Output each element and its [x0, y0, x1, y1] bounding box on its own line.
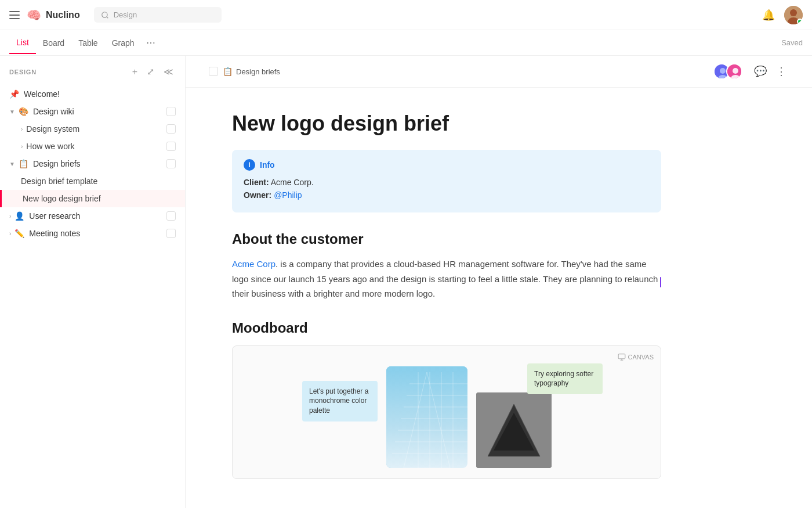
sidebar-item-welcome[interactable]: 📌 Welcome! — [0, 85, 185, 103]
sidebar-item-new-logo-design-brief[interactable]: New logo design brief — [0, 190, 185, 207]
sidebar-item-checkbox[interactable] — [166, 142, 176, 151]
info-box: i Info Client: Acme Corp. Owner: @Philip — [232, 150, 661, 212]
info-owner-row: Owner: @Philip — [244, 190, 650, 200]
sidebar-item-label: Meeting notes — [29, 229, 164, 238]
chevron-right-icon: › — [21, 126, 23, 132]
sidebar-item-checkbox[interactable] — [166, 107, 176, 116]
sidebar-item-checkbox[interactable] — [166, 229, 176, 238]
user-research-icon: 👤 — [14, 211, 24, 221]
info-client-row: Client: Acme Corp. — [244, 178, 650, 187]
sidebar-item-checkbox[interactable] — [166, 124, 176, 134]
sidebar-section-title: DESIGN — [9, 69, 130, 75]
canvas-container: CANVAS Let's put together a monochrome c… — [232, 345, 661, 479]
sidebar-item-design-system[interactable]: › Design system — [0, 120, 185, 138]
svg-point-5 — [720, 68, 726, 74]
breadcrumb: 📋 Design briefs — [209, 67, 713, 76]
chevron-right-icon: › — [21, 143, 23, 150]
sidebar-add-button[interactable]: + — [130, 66, 140, 78]
more-options-button[interactable]: ⋮ — [774, 63, 789, 80]
owner-label: Owner: — [244, 190, 271, 200]
info-icon: i — [244, 159, 255, 171]
doc-actions: 💬 ⋮ — [713, 63, 789, 80]
sidebar-item-label: Design briefs — [33, 159, 164, 168]
sidebar-item-design-briefs[interactable]: ▼ 📋 Design briefs — [0, 155, 185, 172]
avatar-status-indicator — [797, 19, 803, 24]
sidebar-collapse-button[interactable]: ≪ — [161, 65, 176, 78]
sidebar-item-label: Design system — [26, 124, 164, 134]
design-wiki-icon: 🎨 — [19, 107, 28, 116]
sidebar-header: DESIGN + ⤢ ≪ — [0, 60, 185, 83]
tab-board[interactable]: Board — [36, 33, 71, 53]
breadcrumb-checkbox[interactable] — [209, 67, 218, 76]
sidebar-item-label: Design wiki — [33, 107, 164, 116]
saved-status: Saved — [781, 38, 803, 47]
breadcrumb-icon: 📋 — [223, 67, 233, 76]
info-box-title: Info — [260, 160, 275, 170]
hamburger-menu[interactable] — [9, 11, 20, 19]
sticky-note-1: Let's put together a monochrome color pa… — [302, 381, 378, 421]
sidebar-actions: + ⤢ ≪ — [130, 65, 176, 78]
sticky-note-2: Try exploring softer typography — [527, 363, 603, 395]
sidebar-item-label: User research — [29, 211, 164, 221]
about-customer-text: Acme Corp. is a company that provides a … — [232, 257, 661, 301]
tab-bar: List Board Table Graph ⋯ Saved — [0, 30, 812, 56]
sidebar-item-label: Design brief template — [21, 176, 176, 186]
sidebar-item-label: Welcome! — [24, 89, 176, 99]
doc-toolbar: 📋 Design briefs — [186, 56, 812, 88]
about-customer-body: . is a company that provides a cloud-bas… — [232, 259, 658, 298]
breadcrumb-item[interactable]: 📋 Design briefs — [223, 67, 280, 76]
chevron-right-icon: › — [9, 230, 11, 237]
tab-graph[interactable]: Graph — [105, 33, 142, 53]
sidebar-item-how-we-work[interactable]: › How we work — [0, 138, 185, 155]
owner-link[interactable]: @Philip — [274, 190, 302, 200]
svg-point-8 — [733, 68, 738, 74]
tab-list[interactable]: List — [9, 32, 36, 54]
top-nav: 🧠 Nuclino Design 🔔 — [0, 0, 812, 30]
nav-right: 🔔 — [762, 6, 803, 24]
svg-point-2 — [790, 9, 797, 16]
sidebar-item-design-brief-template[interactable]: Design brief template — [0, 172, 185, 190]
client-label: Client: — [244, 178, 269, 187]
info-box-header: i Info — [244, 159, 650, 171]
content-area: 📋 Design briefs — [186, 56, 812, 508]
section-heading-customer: About the customer — [232, 231, 661, 247]
pin-icon: 📌 — [9, 89, 19, 99]
collaborator-avatar-2 — [726, 63, 742, 80]
sidebar-expand-button[interactable]: ⤢ — [144, 65, 157, 78]
logo-icon: 🧠 — [27, 8, 41, 22]
sidebar-item-meeting-notes[interactable]: › ✏️ Meeting notes — [0, 225, 185, 242]
canvas-image-dark — [476, 392, 552, 468]
chevron-down-icon: ▼ — [9, 161, 15, 167]
user-avatar[interactable] — [784, 6, 803, 24]
sidebar-item-checkbox[interactable] — [166, 211, 176, 221]
sidebar-item-user-research[interactable]: › 👤 User research — [0, 207, 185, 225]
sidebar-item-design-wiki[interactable]: ▼ 🎨 Design wiki — [0, 103, 185, 120]
chevron-down-icon: ▼ — [9, 109, 15, 115]
document-title: New logo design brief — [232, 111, 661, 136]
design-briefs-icon: 📋 — [19, 159, 28, 168]
chevron-right-icon: › — [9, 213, 11, 219]
acme-corp-link[interactable]: Acme Corp — [232, 259, 276, 269]
sidebar-item-label: New logo design brief — [23, 194, 176, 203]
search-bar[interactable]: Design — [94, 7, 222, 23]
svg-point-0 — [102, 12, 107, 17]
search-icon — [101, 11, 109, 19]
main-layout: DESIGN + ⤢ ≪ 📌 Welcome! ▼ 🎨 Design wiki … — [0, 56, 812, 508]
app-logo[interactable]: 🧠 Nuclino — [27, 8, 80, 22]
notification-bell[interactable]: 🔔 — [762, 9, 775, 21]
tab-more-button[interactable]: ⋯ — [146, 37, 155, 48]
doc-content: New logo design brief i Info Client: Acm… — [186, 88, 684, 502]
section-heading-moodboard: Moodboard — [232, 320, 661, 336]
comment-button[interactable]: 💬 — [752, 63, 769, 80]
cursor-purple — [660, 277, 661, 287]
search-placeholder: Design — [114, 10, 137, 19]
tab-table[interactable]: Table — [71, 33, 104, 53]
breadcrumb-label: Design briefs — [236, 67, 280, 76]
meeting-notes-icon: ✏️ — [14, 229, 24, 238]
app-name: Nuclino — [46, 10, 80, 20]
collaborator-avatars — [713, 63, 742, 80]
sidebar: DESIGN + ⤢ ≪ 📌 Welcome! ▼ 🎨 Design wiki … — [0, 56, 186, 508]
svg-rect-11 — [386, 366, 467, 468]
sidebar-item-checkbox[interactable] — [166, 159, 176, 168]
canvas-content: Let's put together a monochrome color pa… — [233, 346, 661, 478]
